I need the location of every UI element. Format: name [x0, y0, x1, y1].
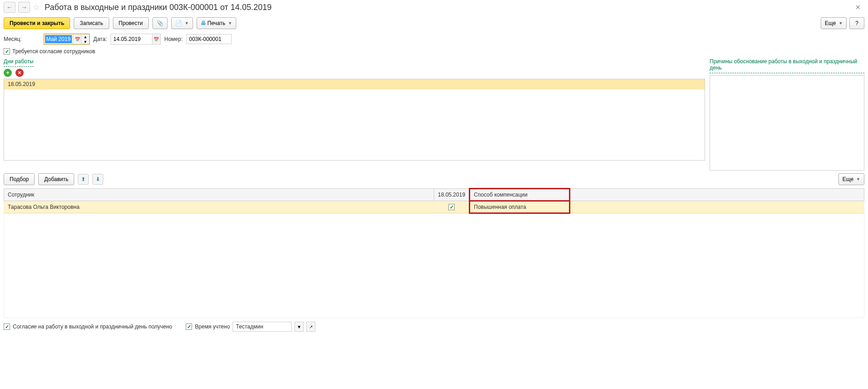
attach-button[interactable]: 📎	[152, 17, 168, 29]
paperclip-icon: 📎	[157, 20, 163, 26]
day-row[interactable]: 18.05.2019	[4, 79, 705, 90]
consent-required-checkbox[interactable]	[4, 48, 10, 55]
select-employee-button[interactable]: Подбор	[4, 173, 35, 185]
days-section-title[interactable]: Дни работы	[4, 56, 34, 67]
delete-day-button[interactable]: ×	[15, 69, 24, 77]
date-check-cell[interactable]	[434, 201, 470, 213]
number-input[interactable]	[186, 34, 232, 44]
date-input[interactable]	[111, 34, 152, 44]
date-calendar-button[interactable]: 📅	[152, 34, 160, 44]
days-list[interactable]: 18.05.2019	[4, 79, 705, 161]
page-title: Работа в выходные и праздники 003К-00000…	[45, 3, 272, 12]
reasons-textarea[interactable]	[710, 75, 864, 171]
more-button[interactable]: Еще▼	[821, 17, 847, 29]
employee-cell[interactable]: Тарасова Ольга Викторовна	[4, 201, 434, 213]
admin-select[interactable]: Тестадмин	[233, 322, 292, 332]
print-button[interactable]: 🖶Печать▼	[197, 17, 236, 29]
date-label: Дата:	[93, 36, 107, 42]
nav-forward-button[interactable]: →	[18, 2, 30, 13]
table-more-button[interactable]: Еще▼	[838, 173, 864, 185]
move-down-button[interactable]: ⬇	[92, 174, 103, 185]
post-and-close-button[interactable]: Провести и закрыть	[4, 17, 70, 29]
add-day-button[interactable]: +	[4, 69, 12, 77]
document-icon: 📄	[175, 20, 182, 26]
move-up-button[interactable]: ⬆	[78, 174, 89, 185]
chevron-down-icon: ▼	[838, 21, 843, 25]
nav-back-button[interactable]: ←	[4, 2, 15, 13]
reasons-section-title[interactable]: Причины обоснование работы в выходной и …	[710, 56, 864, 73]
consent-received-checkbox[interactable]	[4, 323, 10, 330]
compensation-cell[interactable]: Повышенная оплата	[470, 201, 570, 213]
consent-received-label: Согласие на работу в выходной и празднич…	[13, 323, 172, 330]
number-label: Номер:	[164, 36, 183, 42]
employees-table: Сотрудник 18.05.2019 Способ компенсации …	[4, 188, 864, 318]
help-button[interactable]: ?	[849, 17, 864, 29]
admin-dropdown-button[interactable]: ▼	[294, 322, 304, 332]
table-row[interactable]: Тарасова Ольга Викторовна Повышенная опл…	[4, 201, 864, 213]
admin-open-button[interactable]: ↗	[306, 322, 315, 332]
date-column-header[interactable]: 18.05.2019	[434, 189, 470, 201]
consent-required-label: Требуется согласие сотрудников	[12, 48, 95, 55]
employee-header[interactable]: Сотрудник	[4, 189, 434, 201]
employee-date-checkbox[interactable]	[448, 204, 455, 210]
spacer-header	[570, 189, 864, 201]
close-icon[interactable]: ✕	[852, 2, 864, 13]
month-calendar-button[interactable]: 📅	[73, 34, 81, 44]
month-input[interactable]: Май 2019	[45, 35, 72, 43]
month-down-button[interactable]: ▾	[81, 39, 89, 44]
create-based-on-button[interactable]: 📄▼	[171, 17, 193, 29]
post-button[interactable]: Провести	[113, 17, 149, 29]
save-button[interactable]: Записать	[74, 17, 109, 29]
spacer-cell	[570, 201, 864, 213]
time-recorded-label: Время учтено	[195, 323, 230, 330]
printer-icon: 🖶	[201, 20, 206, 26]
chevron-down-icon: ▼	[228, 21, 232, 25]
month-up-button[interactable]: ▴	[81, 34, 89, 39]
month-field[interactable]: Май 2019 📅 ▴ ▾	[44, 34, 90, 45]
star-icon[interactable]: ☆	[33, 2, 40, 12]
admin-value: Тестадмин	[236, 323, 263, 330]
time-recorded-checkbox[interactable]	[186, 323, 192, 330]
chevron-down-icon: ▼	[856, 177, 860, 182]
table-empty-space	[4, 213, 864, 318]
month-label: Месяц:	[4, 36, 22, 42]
add-employee-button[interactable]: Добавить	[38, 173, 74, 185]
chevron-down-icon: ▼	[185, 21, 189, 25]
compensation-header[interactable]: Способ компенсации	[470, 189, 570, 201]
